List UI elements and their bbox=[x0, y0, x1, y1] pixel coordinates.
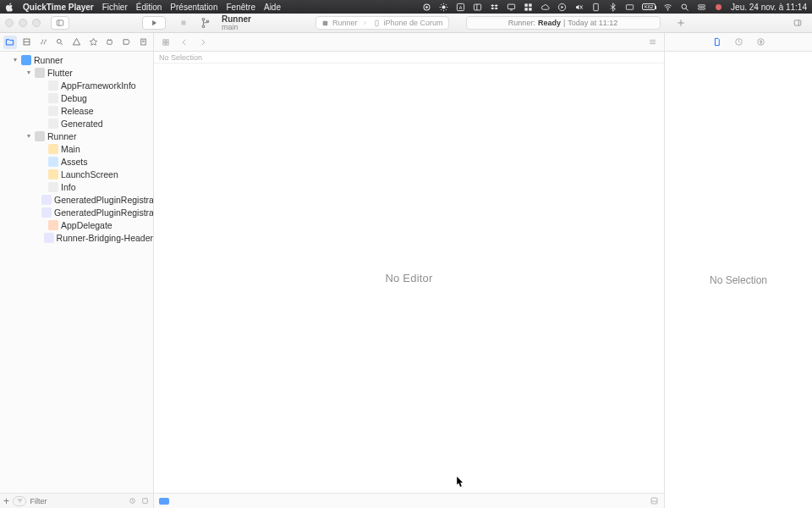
dropbox-icon[interactable] bbox=[490, 3, 499, 12]
svg-rect-48 bbox=[107, 40, 112, 44]
scope-filter-button[interactable] bbox=[13, 496, 26, 506]
tree-item[interactable]: AppFrameworkInfo bbox=[0, 79, 153, 91]
run-button[interactable] bbox=[142, 16, 166, 30]
navigator-toggle-button[interactable] bbox=[51, 16, 69, 30]
tree-project-root[interactable]: ▾Runner bbox=[0, 53, 153, 66]
symbol-navigator-tab[interactable] bbox=[36, 36, 50, 49]
menu-file[interactable]: Fichier bbox=[102, 3, 128, 12]
tree-item[interactable]: Generated bbox=[0, 117, 153, 130]
svg-rect-30 bbox=[698, 8, 705, 9]
tree-item[interactable]: Main bbox=[0, 142, 153, 155]
tree-item[interactable]: Info bbox=[0, 180, 153, 193]
tree-label: Runner bbox=[47, 131, 76, 141]
cloud-icon[interactable] bbox=[540, 3, 550, 12]
tree-item[interactable]: GeneratedPluginRegistrant bbox=[0, 206, 153, 218]
recent-filter-button[interactable] bbox=[128, 496, 137, 506]
inspector-selector: ? bbox=[665, 33, 812, 51]
play-circle-icon[interactable] bbox=[557, 3, 567, 12]
record-icon[interactable] bbox=[422, 3, 431, 12]
source-control-navigator-tab[interactable] bbox=[20, 36, 34, 49]
activity-status: Runner: Ready | Today at 11:12 bbox=[466, 16, 661, 30]
header-file-icon bbox=[44, 233, 54, 243]
svg-rect-57 bbox=[167, 42, 169, 45]
svg-rect-19 bbox=[524, 8, 527, 10]
jump-bar-text: No Selection bbox=[159, 53, 202, 62]
tree-item[interactable]: Runner-Bridging-Header bbox=[0, 231, 153, 244]
add-button[interactable] bbox=[672, 16, 689, 30]
run-destination-selector[interactable]: Runner › iPhone de Corum bbox=[315, 16, 449, 30]
tree-label: Runner-Bridging-Header bbox=[57, 233, 153, 243]
dock-icon[interactable] bbox=[591, 3, 601, 12]
tree-label: Assets bbox=[61, 157, 88, 167]
svg-rect-68 bbox=[143, 499, 148, 504]
svg-rect-13 bbox=[474, 4, 480, 10]
bluetooth-icon[interactable] bbox=[608, 3, 617, 12]
menu-window[interactable]: Fenêtre bbox=[227, 3, 255, 12]
menu-edit[interactable]: Édition bbox=[136, 3, 162, 12]
svg-rect-34 bbox=[182, 21, 186, 25]
tree-item[interactable]: Release bbox=[0, 104, 153, 117]
spotlight-icon[interactable] bbox=[680, 3, 689, 12]
filter-input[interactable] bbox=[30, 497, 124, 505]
library-button[interactable] bbox=[788, 16, 807, 30]
debug-navigator-tab[interactable] bbox=[103, 36, 117, 49]
related-items-button[interactable] bbox=[159, 36, 173, 49]
file-inspector-tab[interactable] bbox=[710, 36, 723, 49]
tree-item[interactable]: GeneratedPluginRegistrant bbox=[0, 193, 153, 206]
project-navigator-tab[interactable] bbox=[3, 36, 17, 49]
disclosure-triangle-icon[interactable]: ▾ bbox=[25, 69, 32, 76]
scm-filter-button[interactable] bbox=[140, 496, 150, 506]
brightness-icon[interactable] bbox=[439, 3, 448, 12]
scheme-selector[interactable]: Runner main bbox=[222, 15, 251, 31]
svg-line-47 bbox=[61, 43, 63, 45]
control-center-icon[interactable] bbox=[697, 3, 706, 12]
go-forward-button[interactable] bbox=[196, 36, 210, 49]
window-close-button[interactable] bbox=[5, 19, 14, 27]
tree-item[interactable]: LaunchScreen bbox=[0, 168, 153, 180]
source-control-branch-icon[interactable] bbox=[201, 14, 211, 31]
issue-navigator-tab[interactable] bbox=[70, 36, 84, 49]
battery-indicator[interactable]: K62 bbox=[642, 3, 656, 10]
tree-item[interactable]: Assets bbox=[0, 155, 153, 168]
keyboard-layout-icon[interactable] bbox=[625, 3, 634, 12]
folder-icon bbox=[35, 131, 45, 141]
wifi-icon[interactable] bbox=[663, 3, 672, 12]
tree-item[interactable]: Debug bbox=[0, 91, 153, 104]
tree-group-flutter[interactable]: ▾Flutter bbox=[0, 66, 153, 79]
editor-options-button[interactable] bbox=[645, 36, 659, 49]
svg-rect-18 bbox=[529, 3, 531, 6]
find-navigator-tab[interactable] bbox=[53, 36, 67, 49]
menu-view[interactable]: Présentation bbox=[170, 3, 217, 12]
menu-help[interactable]: Aide bbox=[264, 3, 281, 12]
go-back-button[interactable] bbox=[178, 36, 191, 49]
debug-area-toggle[interactable] bbox=[650, 494, 659, 509]
disclosure-triangle-icon[interactable]: ▾ bbox=[12, 56, 19, 64]
history-inspector-tab[interactable] bbox=[732, 36, 745, 49]
menuextra-a-icon[interactable]: A bbox=[456, 3, 465, 12]
test-navigator-tab[interactable] bbox=[86, 36, 100, 49]
svg-line-8 bbox=[446, 8, 447, 9]
window-minimize-button[interactable] bbox=[19, 19, 27, 27]
svg-rect-54 bbox=[163, 39, 166, 41]
jump-bar[interactable]: No Selection bbox=[154, 52, 664, 64]
file-tree[interactable]: ▾Runner ▾Flutter AppFrameworkInfo Debug … bbox=[0, 52, 153, 493]
report-navigator-tab[interactable] bbox=[136, 36, 150, 49]
volume-mute-icon[interactable] bbox=[574, 3, 584, 12]
apple-menu[interactable] bbox=[5, 3, 14, 12]
add-file-button[interactable]: + bbox=[3, 495, 9, 507]
help-inspector-tab[interactable]: ? bbox=[754, 36, 767, 49]
tree-group-runner[interactable]: ▾Runner bbox=[0, 130, 153, 142]
breakpoint-navigator-tab[interactable] bbox=[120, 36, 134, 49]
disclosure-triangle-icon[interactable]: ▾ bbox=[25, 132, 32, 140]
sidebar-toggle-icon[interactable] bbox=[473, 3, 482, 12]
tree-item[interactable]: AppDelegate bbox=[0, 218, 153, 231]
breakpoints-toggle[interactable] bbox=[159, 498, 169, 505]
grid-icon[interactable] bbox=[524, 3, 533, 12]
window-zoom-button[interactable] bbox=[32, 19, 41, 27]
svg-point-35 bbox=[202, 19, 205, 21]
menubar-app-name[interactable]: QuickTime Player bbox=[23, 3, 94, 12]
notification-icon[interactable] bbox=[714, 3, 723, 12]
screen-icon[interactable] bbox=[507, 3, 516, 12]
menubar-clock[interactable]: Jeu. 24 nov. à 11:14 bbox=[731, 3, 807, 12]
stop-button[interactable] bbox=[174, 16, 193, 30]
